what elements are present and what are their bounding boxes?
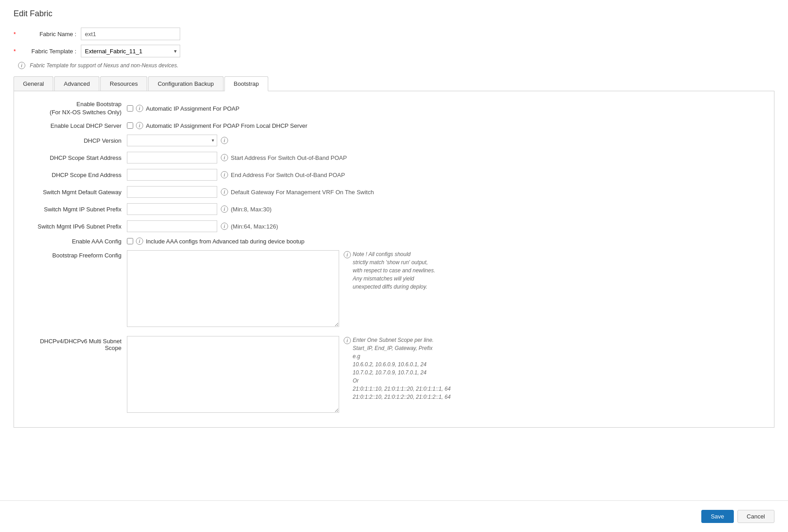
enable-dhcp-field: i Automatic IP Assignment For POAP From … [127, 122, 308, 129]
switch-mgmt-ipv6-row: Switch Mgmt IPv6 Subnet Prefix i (Min:64… [23, 220, 765, 232]
enable-aaa-field: i Include AAA configs from Advanced tab … [127, 238, 304, 245]
fabric-hint-text: Fabric Template for support of Nexus and… [30, 62, 178, 69]
enable-aaa-row: Enable AAA Config i Include AAA configs … [23, 238, 765, 245]
dhcp-version-info: i [221, 137, 228, 144]
bottom-bar: Save Cancel [0, 500, 788, 532]
dhcpv4v6-label: DHCPv4/DHCPv6 Multi Subnet Scope [23, 336, 127, 351]
fabric-name-label: Fabric Name : [18, 31, 81, 37]
switch-mgmt-prefix-info-text: (Min:8, Max:30) [231, 206, 271, 213]
switch-mgmt-prefix-info-icon: i [221, 205, 228, 213]
bootstrap-freeform-textarea[interactable] [127, 250, 339, 327]
switch-mgmt-prefix-input[interactable] [127, 203, 217, 215]
dhcp-scope-start-info: i Start Address For Switch Out-of-Band P… [221, 154, 347, 161]
enable-bootstrap-label: Enable Bootstrap(For NX-OS Switches Only… [23, 100, 127, 117]
enable-dhcp-checkbox[interactable] [127, 122, 133, 129]
dhcpv4v6-note-line1: Enter One Subnet Scope per line. [353, 336, 451, 344]
switch-mgmt-gw-row: Switch Mgmt Default Gateway i Default Ga… [23, 186, 765, 198]
switch-mgmt-gw-input[interactable] [127, 186, 217, 198]
enable-dhcp-label: Enable Local DHCP Server [23, 122, 127, 129]
enable-aaa-info-text: Include AAA configs from Advanced tab du… [146, 238, 304, 245]
dhcpv4v6-note-line7: 21:0:1:1::10, 21:0:1:1::20, 21:0:1:1::1,… [353, 385, 451, 393]
enable-aaa-info-icon: i [136, 238, 143, 245]
enable-bootstrap-checkbox[interactable] [127, 105, 133, 112]
bootstrap-note-line5: unexpected diffs during deploy. [353, 283, 435, 291]
switch-mgmt-ipv6-info-icon: i [221, 223, 228, 230]
enable-bootstrap-info-icon: i [136, 105, 143, 112]
tab-advanced[interactable]: Advanced [54, 76, 99, 91]
switch-mgmt-ipv6-info-text: (Min:64, Max:126) [231, 223, 278, 230]
dhcp-scope-end-label: DHCP Scope End Address [23, 172, 127, 178]
switch-mgmt-ipv6-info: i (Min:64, Max:126) [221, 223, 278, 230]
bootstrap-note-line4: Any mismatches will yield [353, 275, 435, 283]
tab-bootstrap[interactable]: Bootstrap [224, 76, 269, 91]
dhcp-version-info-icon: i [221, 137, 228, 144]
dhcpv4v6-note: i Enter One Subnet Scope per line. Start… [344, 336, 451, 401]
tab-general[interactable]: General [14, 76, 53, 91]
enable-bootstrap-row: Enable Bootstrap(For NX-OS Switches Only… [23, 100, 765, 117]
dhcp-version-row: DHCP Version ▼ i [23, 135, 765, 146]
tabs-container: General Advanced Resources Configuration… [14, 76, 774, 91]
dhcp-scope-end-info-icon: i [221, 171, 228, 178]
tab-content-bootstrap: Enable Bootstrap(For NX-OS Switches Only… [14, 91, 774, 428]
enable-dhcp-info-text: Automatic IP Assignment For POAP From Lo… [146, 122, 308, 129]
bootstrap-note-line2: strictly match 'show run' output, [353, 258, 435, 266]
dhcpv4v6-textarea[interactable] [127, 336, 339, 413]
bootstrap-note-line3: with respect to case and newlines. [353, 266, 435, 275]
dhcpv4v6-note-line8: 21:0:1:2::10, 21:0:1:2::20, 21:0:1:2::1,… [353, 393, 451, 401]
dhcp-version-select-wrapper: ▼ [127, 135, 217, 146]
switch-mgmt-gw-info-icon: i [221, 188, 228, 196]
dhcpv4v6-note-line6: Or [353, 377, 451, 385]
required-star-template: * [14, 48, 16, 55]
switch-mgmt-ipv6-label: Switch Mgmt IPv6 Subnet Prefix [23, 223, 127, 230]
bootstrap-note-line1: Note ! All configs should [353, 250, 435, 258]
fabric-template-select[interactable]: External_Fabric_11_1 [81, 45, 180, 57]
dhcp-scope-start-label: DHCP Scope Start Address [23, 154, 127, 161]
dhcp-scope-end-info: i End Address For Switch Out-of-Band POA… [221, 171, 345, 178]
required-star-name: * [14, 31, 16, 37]
switch-mgmt-prefix-info: i (Min:8, Max:30) [221, 205, 271, 213]
dhcpv4v6-note-line5: 10.7.0.2, 10.7.0.9, 10.7.0.1, 24 [353, 369, 451, 377]
switch-mgmt-gw-label: Switch Mgmt Default Gateway [23, 189, 127, 196]
switch-mgmt-prefix-row: Switch Mgmt IP Subnet Prefix i (Min:8, M… [23, 203, 765, 215]
dhcp-scope-start-info-icon: i [221, 154, 228, 161]
dhcp-scope-start-info-text: Start Address For Switch Out-of-Band POA… [231, 154, 347, 161]
dhcp-version-select[interactable] [127, 135, 217, 146]
dhcpv4v6-note-line4: 10.6.0.2, 10.6.0.9, 10.6.0.1, 24 [353, 360, 451, 369]
fabric-template-select-wrapper: External_Fabric_11_1 ▼ [81, 45, 180, 57]
cancel-button[interactable]: Cancel [737, 510, 774, 523]
dhcpv4v6-note-line2: Start_IP, End_IP, Gateway, Prefix [353, 344, 451, 352]
switch-mgmt-prefix-label: Switch Mgmt IP Subnet Prefix [23, 206, 127, 213]
dhcpv4v6-note-line3: e.g [353, 352, 451, 360]
page-title: Edit Fabric [14, 9, 774, 19]
save-button[interactable]: Save [701, 510, 734, 523]
dhcpv4v6-note-icon: i [344, 337, 351, 344]
fabric-hint-icon: i [18, 62, 25, 69]
bootstrap-freeform-note-icon: i [344, 251, 351, 258]
fabric-name-input[interactable] [81, 28, 180, 40]
bootstrap-freeform-label: Bootstrap Freeform Config [23, 250, 127, 259]
dhcp-scope-end-input[interactable] [127, 169, 217, 181]
dhcp-scope-end-info-text: End Address For Switch Out-of-Band POAP [231, 172, 345, 178]
switch-mgmt-gw-info-text: Default Gateway For Management VRF On Th… [231, 189, 374, 196]
enable-aaa-checkbox[interactable] [127, 238, 133, 244]
dhcp-scope-start-input[interactable] [127, 152, 217, 163]
switch-mgmt-gw-info: i Default Gateway For Management VRF On … [221, 188, 374, 196]
dhcpv4v6-row: DHCPv4/DHCPv6 Multi Subnet Scope i Enter… [23, 336, 765, 413]
enable-bootstrap-field: i Automatic IP Assignment For POAP [127, 105, 239, 112]
tab-config-backup[interactable]: Configuration Backup [148, 76, 223, 91]
fabric-template-label: Fabric Template : [18, 48, 81, 55]
enable-dhcp-row: Enable Local DHCP Server i Automatic IP … [23, 122, 765, 129]
tab-resources[interactable]: Resources [100, 76, 147, 91]
bootstrap-freeform-note: i Note ! All configs should strictly mat… [344, 250, 435, 291]
enable-aaa-label: Enable AAA Config [23, 238, 127, 245]
enable-bootstrap-info-text: Automatic IP Assignment For POAP [146, 105, 239, 112]
enable-dhcp-info-icon: i [136, 122, 143, 129]
dhcp-scope-start-row: DHCP Scope Start Address i Start Address… [23, 152, 765, 163]
dhcp-scope-end-row: DHCP Scope End Address i End Address For… [23, 169, 765, 181]
bootstrap-freeform-row: Bootstrap Freeform Config i Note ! All c… [23, 250, 765, 327]
switch-mgmt-ipv6-input[interactable] [127, 220, 217, 232]
dhcp-version-label: DHCP Version [23, 137, 127, 144]
